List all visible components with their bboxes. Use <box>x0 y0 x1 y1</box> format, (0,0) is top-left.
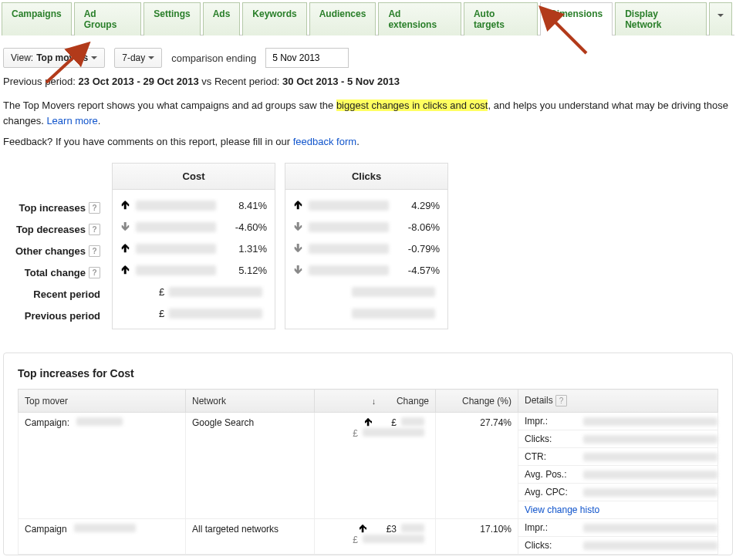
arrow-down-icon: 🡫 <box>120 221 131 233</box>
change-amount: £3 <box>387 524 397 535</box>
table-row: Campaign All targeted networks 🡩 £3£ 17.… <box>19 519 718 555</box>
row-previous-period: Previous period <box>25 310 100 322</box>
arrow-up-icon: 🡩 <box>293 200 304 211</box>
highlighted-text: biggest changes in clicks and cost <box>336 100 488 111</box>
tab-ad-extensions[interactable]: Ad extensions <box>378 2 461 35</box>
arrow-down-icon: 🡫 <box>293 243 304 255</box>
help-icon[interactable]: ? <box>89 245 100 257</box>
tab-audiences[interactable]: Audiences <box>309 2 376 35</box>
currency-symbol: £ <box>159 286 164 298</box>
redacted-value <box>401 417 424 426</box>
tab-ad-groups[interactable]: Ad Groups <box>74 2 142 35</box>
tab-auto-targets[interactable]: Auto targets <box>464 2 538 35</box>
range-dropdown[interactable]: 7-day <box>114 48 162 68</box>
arrow-up-icon: 🡩 <box>120 265 131 276</box>
redacted-value <box>76 417 123 426</box>
arrow-down-icon: 🡫 <box>293 265 304 276</box>
detail-ctr: CTR: <box>525 451 579 462</box>
col-change-pct[interactable]: Change (%) <box>436 390 518 413</box>
detail-clicks: Clicks: <box>525 433 579 444</box>
clicks-pct: -0.79% <box>393 243 440 255</box>
arrow-down-icon: 🡫 <box>293 221 304 233</box>
col-details: Details ? <box>518 390 718 413</box>
help-icon[interactable]: ? <box>89 267 100 278</box>
tab-ads[interactable]: Ads <box>203 2 241 35</box>
summary-table: Top increases? Top decreases? Other chan… <box>15 163 736 329</box>
chevron-down-icon <box>717 14 724 17</box>
tab-campaigns[interactable]: Campaigns <box>2 2 72 35</box>
redacted-value <box>74 524 136 532</box>
arrow-up-icon: 🡩 <box>120 243 131 255</box>
col-top-mover[interactable]: Top mover <box>19 390 186 413</box>
chevron-down-icon <box>148 56 154 59</box>
end-date-input[interactable] <box>265 48 349 68</box>
detail-impr: Impr.: <box>525 416 579 427</box>
cost-column[interactable]: Cost 🡩8.41% 🡫-4.60% 🡩1.31% 🡩5.12% £ £ <box>112 163 275 329</box>
help-icon[interactable]: ? <box>555 395 567 407</box>
cost-pct: 5.12% <box>221 265 267 276</box>
redacted-value <box>363 535 424 543</box>
redacted-value <box>583 488 717 497</box>
redacted-value <box>583 541 717 550</box>
table-row: Campaign: Google Search 🡩 ££ 27.74% Impr… <box>19 413 718 519</box>
redacted-value <box>352 309 435 319</box>
cost-header: Cost <box>113 164 275 190</box>
help-icon[interactable]: ? <box>89 202 100 214</box>
cost-pct: 8.41% <box>221 200 267 211</box>
redacted-value <box>401 524 424 532</box>
row-top-increases: Top increases <box>19 202 86 214</box>
redacted-value <box>169 309 262 319</box>
redacted-value <box>583 435 717 444</box>
row-total-change: Total change <box>25 267 86 278</box>
tab-more[interactable] <box>709 2 732 35</box>
redacted-value <box>583 471 717 479</box>
detail-avg-cpc: Avg. CPC: <box>525 487 579 498</box>
view-value: Top movers <box>36 52 88 63</box>
learn-more-link[interactable]: Learn more <box>46 115 97 127</box>
network-value: All targeted networks <box>186 519 315 555</box>
sort-down-icon: ↓ <box>372 396 376 406</box>
redacted-value <box>136 201 216 211</box>
arrow-up-icon: 🡩 <box>364 417 373 428</box>
change-pct: 17.10% <box>436 519 518 555</box>
tab-settings[interactable]: Settings <box>143 2 200 35</box>
view-change-history-link[interactable]: View change histo <box>525 504 599 515</box>
cost-pct: -4.60% <box>221 221 267 233</box>
clicks-pct: 4.29% <box>393 200 440 211</box>
period-summary: Previous period: 23 Oct 2013 - 29 Oct 20… <box>0 76 736 98</box>
row-recent-period: Recent period <box>33 288 100 300</box>
redacted-value <box>583 417 717 426</box>
col-change[interactable]: ↓ Change <box>315 390 436 413</box>
top-movers-table: Top mover Network ↓ Change Change (%) De… <box>18 389 718 555</box>
change-amount: £ <box>391 417 397 428</box>
redacted-value <box>309 244 389 254</box>
tab-display-network[interactable]: Display Network <box>615 2 707 35</box>
view-label: View: <box>11 52 33 63</box>
detail-clicks: Clicks: <box>525 540 579 551</box>
redacted-value <box>583 453 717 461</box>
campaign-label: Campaign: <box>25 417 69 428</box>
currency-symbol: £ <box>159 308 164 319</box>
feedback-link[interactable]: feedback form <box>293 136 356 147</box>
row-top-decreases: Top decreases <box>16 224 86 235</box>
chevron-down-icon <box>91 56 97 59</box>
redacted-value <box>363 428 424 437</box>
redacted-value <box>136 244 216 254</box>
main-tabs: Campaigns Ad Groups Settings Ads Keyword… <box>2 2 734 35</box>
col-network[interactable]: Network <box>186 390 315 413</box>
help-icon[interactable]: ? <box>89 224 100 235</box>
redacted-value <box>309 265 389 275</box>
redacted-value <box>583 524 717 532</box>
clicks-header: Clicks <box>285 164 447 190</box>
arrow-up-icon: 🡩 <box>120 200 131 211</box>
tab-keywords[interactable]: Keywords <box>242 2 306 35</box>
tab-dimensions[interactable]: Dimensions <box>540 2 613 35</box>
campaign-label: Campaign <box>25 524 67 535</box>
view-dropdown[interactable]: View: Top movers <box>3 48 105 68</box>
redacted-value <box>352 287 435 297</box>
detail-impr: Impr.: <box>525 522 579 533</box>
feedback-line: Feedback? If you have comments on this r… <box>0 136 736 163</box>
redacted-value <box>169 287 262 297</box>
top-increases-panel: Top increases for Cost Top mover Network… <box>3 353 733 555</box>
clicks-column[interactable]: Clicks 🡩4.29% 🡫-8.06% 🡫-0.79% 🡫-4.57% <box>285 163 448 329</box>
